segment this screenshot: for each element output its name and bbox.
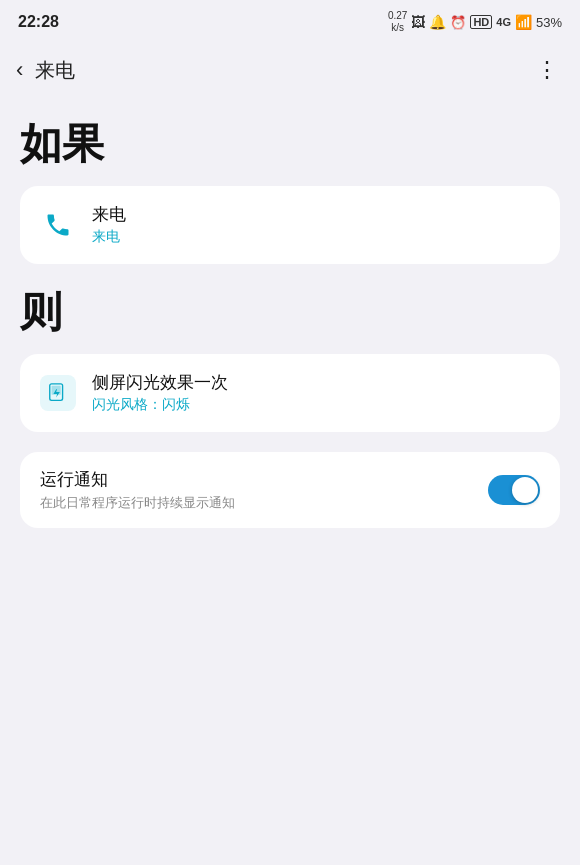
if-section: 如果 来电 来电 <box>20 116 560 264</box>
then-section-title: 则 <box>20 284 560 340</box>
notification-text: 运行通知 在此日常程序运行时持续显示通知 <box>40 468 488 512</box>
page-title: 来电 <box>35 57 75 84</box>
if-card-item[interactable]: 来电 来电 <box>20 186 560 264</box>
notification-toggle[interactable] <box>488 475 540 505</box>
if-card-sublabel: 来电 <box>92 228 540 246</box>
top-nav: ‹ 来电 ⋮ <box>0 44 580 96</box>
then-card-item[interactable]: 侧屏闪光效果一次 闪光风格：闪烁 <box>20 354 560 432</box>
if-card[interactable]: 来电 来电 <box>20 186 560 264</box>
then-section: 则 侧屏闪光效果一次 闪光风格：闪烁 <box>20 284 560 432</box>
then-card-sublabel: 闪光风格：闪烁 <box>92 396 540 414</box>
status-time: 22:28 <box>18 13 59 31</box>
notification-toggle-card: 运行通知 在此日常程序运行时持续显示通知 <box>20 452 560 528</box>
network-badge: 4G <box>496 16 511 28</box>
battery-label: 53% <box>536 15 562 30</box>
if-card-text: 来电 来电 <box>92 204 540 246</box>
then-card-label: 侧屏闪光效果一次 <box>92 372 540 394</box>
timer-icon: ⏰ <box>450 15 466 30</box>
signal-icon: 📶 <box>515 14 532 30</box>
sound-icon: 🔔 <box>429 14 446 30</box>
status-speed: 0.27 k/s <box>388 10 407 34</box>
notification-label: 运行通知 <box>40 468 488 491</box>
hd-badge: HD <box>470 15 492 29</box>
phone-icon <box>40 207 76 243</box>
status-icons: 0.27 k/s 🖼 🔔 ⏰ HD 4G 📶 53% <box>388 10 562 34</box>
flash-icon <box>40 375 76 411</box>
then-card-text: 侧屏闪光效果一次 闪光风格：闪烁 <box>92 372 540 414</box>
if-card-label: 来电 <box>92 204 540 226</box>
back-button[interactable]: ‹ <box>8 49 31 91</box>
then-card[interactable]: 侧屏闪光效果一次 闪光风格：闪烁 <box>20 354 560 432</box>
gallery-icon: 🖼 <box>411 14 425 30</box>
status-bar: 22:28 0.27 k/s 🖼 🔔 ⏰ HD 4G 📶 53% <box>0 0 580 44</box>
toggle-knob <box>512 477 538 503</box>
notification-desc: 在此日常程序运行时持续显示通知 <box>40 494 488 512</box>
more-button[interactable]: ⋮ <box>528 49 568 91</box>
if-section-title: 如果 <box>20 116 560 172</box>
main-content: 如果 来电 来电 则 <box>0 96 580 548</box>
nav-left: ‹ 来电 <box>8 49 75 91</box>
